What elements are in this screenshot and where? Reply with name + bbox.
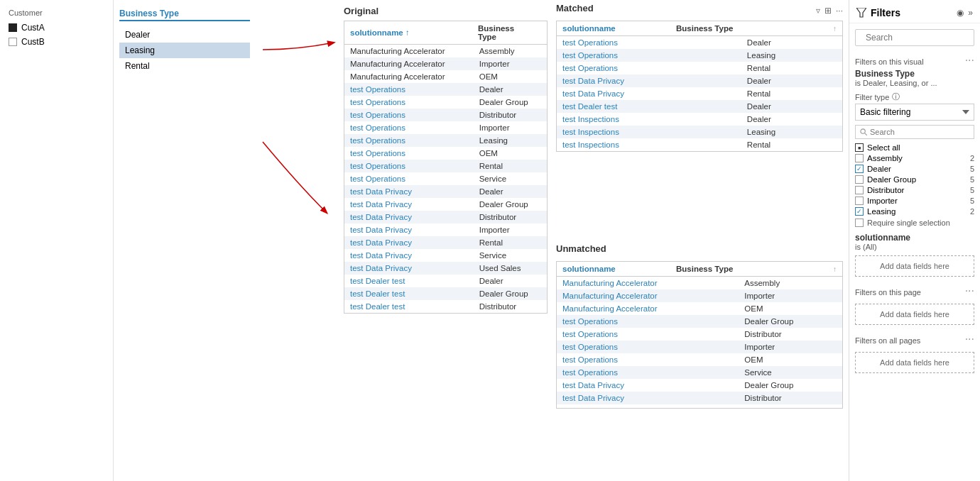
solution-cell: Manufacturing Accelerator [557,277,739,289]
customer-panel: Customer CustA CustB [0,0,114,481]
table-row: test OperationsService [557,366,842,379]
arrows-svg [256,0,341,481]
business-type-cell: Dealer [474,185,547,198]
table-row: test OperationsService [344,172,547,185]
table-row: test OperationsDealer [344,83,547,96]
solution-cell: test Operations [344,160,474,172]
original-data-table: Manufacturing AcceleratorAssemblyManufac… [344,45,547,313]
expand-filters-icon[interactable]: » [968,8,973,18]
filter-checkbox[interactable] [855,154,864,162]
business-type-cell: OEM [739,302,842,315]
bt-item-dealer[interactable]: Dealer [119,27,250,43]
filter-checkbox-label: Assembly [867,154,903,162]
customer-item-a: CustA [9,23,104,33]
filters-search-input[interactable] [866,33,972,43]
filter-icon[interactable]: ▿ [816,6,820,16]
customer-title: Customer [9,9,104,17]
solution-cell: Manufacturing Accelerator [344,45,474,57]
filter-checkbox[interactable] [855,186,864,194]
filters-content: Filters on this visual ··· Business Type… [849,23,980,481]
solutionname-value: is (All) [855,243,974,251]
table-row: test OperationsRental [557,62,842,74]
filter-checkbox[interactable] [855,197,864,205]
require-single-row: Require single selection [855,219,974,227]
filters-on-visual-row: Filters on this visual ··· [855,52,974,69]
filter-checkbox-label: Importer [867,197,898,205]
table-row: test InspectionsRental [557,138,842,151]
matched-col-business: Business Type [670,21,827,36]
solution-cell: test Dealer test [344,275,474,287]
business-type-cell: Importer [474,57,547,70]
bt-item-rental[interactable]: Rental [119,58,250,74]
filter-checkbox[interactable] [855,175,864,184]
solution-cell: test Dealer test [344,287,474,300]
custb-label: CustB [21,37,45,47]
expand-icon[interactable]: ⊞ [824,6,832,16]
table-row: test OperationsImporter [344,121,547,134]
unmatched-header-table: solutionname Business Type ↑ [557,262,842,277]
filter-value-search-input[interactable] [870,128,969,136]
svg-line-6 [865,133,867,136]
business-type-cell: Rental [474,236,547,249]
filter-type-select[interactable]: Basic filtering Advanced filtering Top N [855,104,974,121]
filters-all-pages-dots[interactable]: ··· [965,333,974,345]
add-data-fields-all-pages[interactable]: Add data fields here [855,352,974,373]
filter-checkbox-item[interactable]: Dealer5 [855,165,974,173]
eye-icon[interactable]: ◉ [957,8,964,18]
unmatched-title: Unmatched [556,243,606,254]
filter-checkbox-label: Leasing [867,207,895,216]
table-row: test OperationsDistributor [557,328,842,341]
filters-header: Filters ◉ » [849,0,980,23]
original-scroll-col [535,21,547,45]
table-row: test OperationsDistributor [344,109,547,121]
filters-on-visual-dots[interactable]: ··· [965,54,974,67]
filters-page-dots[interactable]: ··· [965,284,974,297]
bt-item-leasing[interactable]: Leasing [119,43,250,58]
table-row: test OperationsRental [344,160,547,172]
bt-filter-value: is Dealer, Leasing, or ... [855,79,974,87]
matched-title: Matched [556,3,594,13]
filters-panel: Filters ◉ » Filters on this visual ··· B… [849,0,980,481]
original-section: Original solutionname ↑ Business Type Ma… [344,6,548,470]
filter-checkbox-label: Distributor [867,186,904,194]
require-single-label: Require single selection [867,219,950,227]
table-row: test Data PrivacyUsed Sales [344,262,547,275]
filters-on-visual-label: Filters on this visual [855,57,924,66]
filters-on-page-label: Filters on this page [855,288,921,297]
business-type-cell: Dealer [741,74,842,87]
business-type-cell: Assembly [474,45,547,57]
filter-checkbox-item[interactable]: Dealer Group5 [855,175,974,184]
select-all-item[interactable]: Select all [855,143,974,152]
solution-cell: test Data Privacy [557,74,741,87]
filter-checkbox-item[interactable]: Assembly2 [855,154,974,162]
filter-checkbox-label: Dealer Group [867,175,916,184]
filter-value-search[interactable] [855,125,974,139]
add-data-fields-page[interactable]: Add data fields here [855,304,974,325]
filter-checkbox[interactable] [855,165,864,173]
unmatched-col-business: Business Type [670,262,827,277]
business-type-filter: Business Type is Dealer, Leasing, or ... [855,69,974,87]
filter-checkbox-item[interactable]: Leasing2 [855,207,974,216]
filter-checkbox-item[interactable]: Importer5 [855,197,974,205]
more-icon[interactable]: ··· [836,6,843,16]
filters-title: Filters [856,7,900,18]
add-data-fields-visual[interactable]: Add data fields here [855,255,974,277]
business-type-cell: Importer [739,289,842,302]
original-col-business: Business Type [472,21,535,45]
table-row: test InspectionsDealer [557,113,842,126]
unmatched-col-solution: solutionname [557,262,670,277]
require-single-checkbox[interactable] [855,219,864,227]
filter-checkbox-item[interactable]: Distributor5 [855,186,974,194]
solution-cell: Manufacturing Accelerator [344,70,474,83]
original-title: Original [344,6,548,16]
table-row: test Dealer testDealer Group [344,287,547,300]
solution-cell: test Data Privacy [344,211,474,223]
filter-checkbox[interactable] [855,207,864,216]
solution-cell: test Operations [557,315,739,328]
select-all-label: Select all [867,143,900,152]
select-all-checkbox[interactable] [855,143,864,152]
solution-cell: test Data Privacy [557,87,741,100]
filters-search-box[interactable] [855,29,974,46]
solution-cell: test Data Privacy [557,404,739,408]
matched-scroll-th: ↑ [827,21,842,36]
